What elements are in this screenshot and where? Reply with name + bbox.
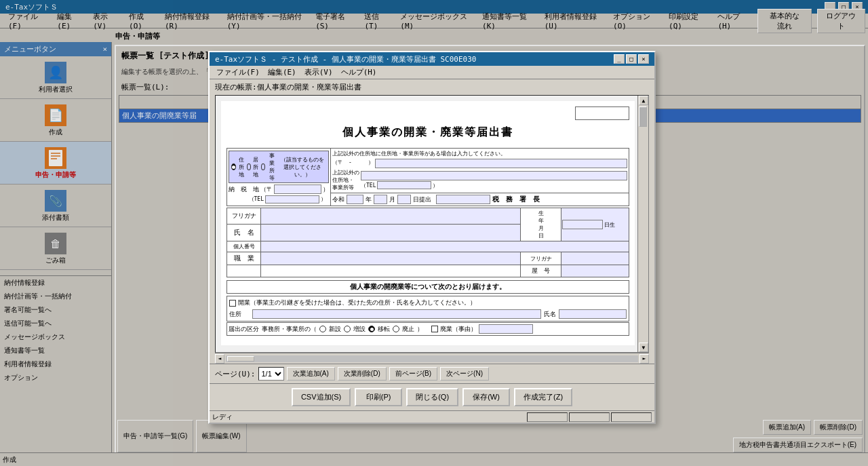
zip-field[interactable] <box>274 185 321 194</box>
modal-title: e-TaxソフトＳ - テスト作成 - 個人事業の開業・廃業等届出書 SC00E… <box>215 54 476 64</box>
modal-maximize-btn[interactable]: □ <box>626 54 637 64</box>
furigana-input[interactable] <box>262 212 519 219</box>
form-content: 個人事業の開業・廃業等届出書 住所地 <box>221 101 635 345</box>
scroll-down-btn[interactable]: ▼ <box>639 343 648 352</box>
wareki-row: 令和 年 月 日提出 税 務 署 長 <box>332 195 627 204</box>
section-title: 個人事業の開廃業等について次のとおり届けます。 <box>226 280 629 294</box>
furigana-field-cell[interactable] <box>261 208 521 225</box>
form-date-field[interactable] <box>575 106 629 120</box>
save-btn[interactable]: 保存(W) <box>462 388 510 406</box>
radio-haishi[interactable] <box>393 326 399 332</box>
birthdate-field[interactable] <box>562 220 603 229</box>
radio-juusho-label: 住所地 <box>237 156 245 178</box>
section-title-text: 個人事業の開廃業等について次のとおり届けます。 <box>350 283 506 290</box>
office-label: 事務所・事業所の（ <box>262 325 317 334</box>
tel-label: （TEL <box>249 195 264 203</box>
v-scrollbar[interactable]: ▲ ▼ <box>637 96 648 352</box>
mynumber-label-cell: 個人番号 <box>227 241 261 252</box>
address-label: 住所 <box>229 310 250 319</box>
mynumber-input[interactable] <box>262 244 628 250</box>
scroll-thumb[interactable] <box>639 106 647 127</box>
name-label-cell: 氏 名 <box>227 224 261 241</box>
year-label: 年 <box>366 195 372 204</box>
ya-field-cell[interactable] <box>561 265 629 277</box>
ya-empty-cell <box>261 265 521 277</box>
delete-page-btn[interactable]: 次業削除(D) <box>338 367 387 381</box>
scroll-right-btn[interactable]: ► <box>639 354 649 364</box>
close-checkbox[interactable] <box>431 326 438 332</box>
name-field-cell[interactable] <box>261 224 521 241</box>
office-options-row: 新設 増設 移転 廃止 ） <box>319 325 423 334</box>
ya-furigana-field-cell[interactable] <box>561 252 629 265</box>
form-above-address-cell: 上記以外の住所地に住所地・事業所等がある場合は入力してください。 （〒 - ） … <box>331 149 629 193</box>
ya-suffix-label: 屋 号 <box>521 265 561 277</box>
modal-menu-help[interactable]: ヘルプ(H) <box>337 66 381 78</box>
modal-minimize-btn[interactable]: _ <box>614 54 625 64</box>
tel-row: （TEL ） <box>229 195 329 203</box>
business-field-cell[interactable] <box>261 252 521 265</box>
open-name-field[interactable] <box>559 309 627 319</box>
birthdate-field-cell[interactable]: 日生 <box>561 208 629 241</box>
section-type-label: 届出の区分 <box>229 325 259 334</box>
ya-furigana-input[interactable] <box>562 255 628 262</box>
above-address-row1: （〒 - ） <box>332 159 627 168</box>
zip-close: ） <box>323 185 329 194</box>
page-nav-label: ページ(U): <box>215 369 256 379</box>
business-label-cell: 職 業 <box>227 252 261 265</box>
close-btn[interactable]: 閉じる(Q) <box>406 388 458 406</box>
modal-status-text: レディ <box>212 412 233 422</box>
page-nav: ページ(U): 1/1 次業追加(A) 次業削除(D) 前ページ(B) 次ページ… <box>210 364 654 383</box>
next-page-btn[interactable]: 次ページ(N) <box>440 367 489 381</box>
birthdate-label-cell: 生年月日 <box>521 208 561 241</box>
ya-input[interactable] <box>562 268 628 275</box>
form-wareki-cell: 令和 年 月 日提出 税 務 署 長 <box>331 193 629 206</box>
radio-zosetsu-label: 増設 <box>353 325 366 334</box>
modal-status-bar: レディ <box>210 410 654 423</box>
radio-kyosho[interactable] <box>247 163 251 170</box>
wareki-day-field[interactable] <box>397 195 411 204</box>
wareki-year-field[interactable] <box>347 195 363 204</box>
month-label: 月 <box>389 195 395 204</box>
print-btn[interactable]: 印刷(P) <box>355 388 402 406</box>
open-checkbox[interactable] <box>229 300 236 307</box>
open-address-field[interactable] <box>252 309 541 319</box>
form-nouzei-row: 納 税 地 （〒 ） <box>229 185 329 194</box>
modal-menu-file[interactable]: ファイル(F) <box>212 66 264 78</box>
status-field-3 <box>611 412 652 422</box>
radio-zosetsu[interactable] <box>344 326 351 332</box>
csv-add-btn[interactable]: CSV追加(S) <box>292 388 351 406</box>
scroll-left-btn[interactable]: ◄ <box>215 354 224 364</box>
above-address-field2[interactable] <box>361 171 627 180</box>
modal-menu-edit[interactable]: 編集(E) <box>264 66 300 78</box>
wareki-label: 令和 <box>332 195 344 204</box>
scroll-up-btn[interactable]: ▲ <box>639 96 648 105</box>
add-page-btn[interactable]: 次業追加(A) <box>287 367 335 381</box>
h-scroll-thumb[interactable] <box>227 356 254 362</box>
name-input[interactable] <box>262 229 519 236</box>
modal-status-right <box>527 412 652 422</box>
mynumber-field-cell[interactable] <box>261 241 629 252</box>
close-reason-field[interactable] <box>479 324 533 334</box>
tax-office-field[interactable] <box>436 195 490 204</box>
modal-menu-view[interactable]: 表示(V) <box>300 66 337 78</box>
page-nav-select[interactable]: 1/1 <box>258 367 284 381</box>
radio-iten-label: 移転 <box>378 325 390 334</box>
radio-juusho[interactable] <box>231 163 236 170</box>
tel-field[interactable] <box>265 195 319 203</box>
business-input[interactable] <box>262 255 519 262</box>
office-close: ） <box>417 325 423 334</box>
form-title: 個人事業の開業・廃業等届出書 <box>226 125 629 140</box>
radio-iten[interactable] <box>368 326 375 332</box>
prev-page-btn[interactable]: 前ページ(B) <box>389 367 437 381</box>
above-address-field[interactable] <box>375 159 627 168</box>
radio-jimusho[interactable] <box>261 163 265 170</box>
modal-title-bar: e-TaxソフトＳ - テスト作成 - 個人事業の開業・廃業等届出書 SC00E… <box>210 52 654 66</box>
radio-shinsetsu[interactable] <box>319 326 326 332</box>
modal-action-buttons: CSV追加(S) 印刷(P) 閉じる(Q) 保存(W) 作成完了(Z) <box>210 383 654 410</box>
above-tel-field[interactable] <box>377 181 431 189</box>
wareki-month-field[interactable] <box>374 195 387 204</box>
form-tax-office-label: 住所地 居所地 事業所等 （該当するものを選択してください。） <box>227 149 331 206</box>
modal-menu-bar: ファイル(F) 編集(E) 表示(V) ヘルプ(H) <box>210 66 654 79</box>
complete-btn[interactable]: 作成完了(Z) <box>514 388 572 406</box>
modal-close-btn[interactable]: × <box>638 54 649 64</box>
